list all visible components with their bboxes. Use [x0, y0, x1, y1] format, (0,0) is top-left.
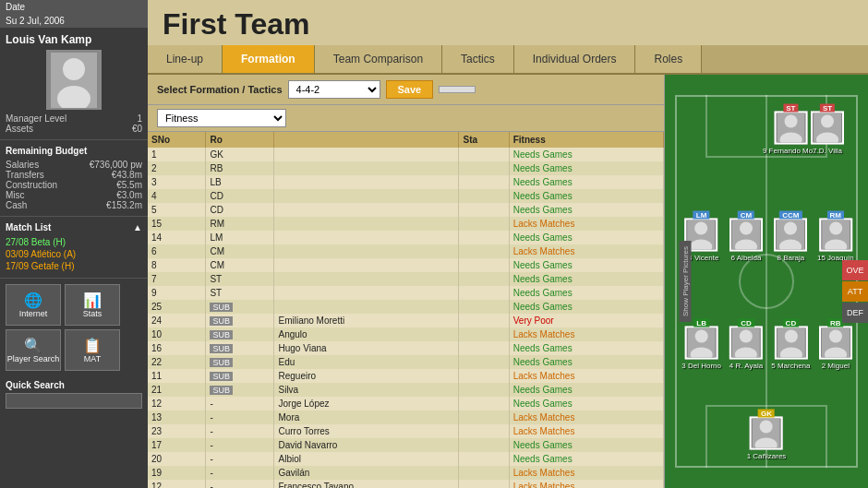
tab-line-up[interactable]: Line-up — [148, 45, 223, 73]
table-row[interactable]: 21 SUB Silva Needs Games — [148, 383, 664, 397]
sidebar-icon-stats[interactable]: 📊Stats — [65, 284, 120, 326]
table-row[interactable]: 2 RB Needs Games — [148, 161, 664, 175]
svg-point-31 — [829, 329, 842, 342]
sidebar-date-value: Su 2 Jul, 2006 — [0, 14, 148, 28]
sidebar-icon-mat[interactable]: 📋MAT — [65, 329, 120, 371]
tab-tactics[interactable]: Tactics — [442, 45, 514, 73]
match-item[interactable]: 03/09 Atlético (A) — [6, 248, 142, 260]
cell-sta — [459, 231, 509, 244]
cell-role: LB — [206, 175, 274, 189]
cell-name: Regueiro — [274, 369, 459, 383]
fitness-select[interactable]: FitnessMoraleCondition — [157, 109, 286, 127]
table-row[interactable]: 1 GK Needs Games — [148, 148, 664, 161]
show-pictures-button[interactable]: Show Player Pictures — [680, 241, 692, 322]
cell-name — [274, 148, 459, 161]
pitch-player-cd2[interactable]: CD 5 Marchena — [771, 326, 810, 369]
match-item[interactable]: 17/09 Getafe (H) — [6, 260, 142, 272]
table-row[interactable]: 14 LM Needs Games — [148, 231, 664, 244]
budget-row: Transfers€43.8m — [6, 170, 142, 180]
table-row[interactable]: 5 CD Needs Games — [148, 203, 664, 217]
pitch-player-gk[interactable]: GK 1 Cañizares — [747, 417, 787, 460]
quick-search-input[interactable] — [6, 393, 142, 409]
table-row[interactable]: 9 ST Needs Games — [148, 286, 664, 300]
cell-role: SUB — [206, 314, 274, 327]
pitch-player-st2[interactable]: ST 7 D. Villa — [811, 111, 844, 154]
match-item[interactable]: 27/08 Beta (H) — [6, 236, 142, 248]
table-row[interactable]: 23 - Curro Torres Lacks Matches — [148, 424, 664, 438]
cell-sno: 9 — [148, 286, 206, 300]
table-row[interactable]: 8 CM Needs Games — [148, 258, 664, 272]
table-row[interactable]: 16 SUB Hugo Viana Needs Games — [148, 341, 664, 355]
level-value: 1 — [137, 113, 142, 124]
cell-role: RB — [206, 161, 274, 175]
cell-sno: 10 — [148, 327, 206, 341]
tab-formation[interactable]: Formation — [223, 45, 315, 73]
budget-row: Construction€5.5m — [6, 180, 142, 190]
pitch-player-rb[interactable]: RB 2 Miguel — [819, 326, 852, 369]
cell-role: CM — [206, 258, 274, 272]
table-row[interactable]: 15 RM Lacks Matches — [148, 217, 664, 231]
cell-fitness: Needs Games — [509, 286, 663, 300]
sidebar-icons: 🌐Internet📊Stats🔍Player Search📋MAT — [0, 279, 148, 376]
table-row[interactable]: 12 - Jorge López Needs Games — [148, 397, 664, 411]
table-row[interactable]: 7 ST Needs Games — [148, 272, 664, 286]
cell-name — [274, 217, 459, 231]
player-badge: CD — [738, 318, 754, 327]
assets-label: Assets — [6, 124, 33, 134]
secondary-button[interactable] — [439, 86, 476, 93]
cell-sno: 13 — [148, 411, 206, 424]
cell-sno: 25 — [148, 300, 206, 314]
cell-role: SUB — [206, 300, 274, 314]
col-fitness: Fitness — [509, 132, 663, 148]
tab-roles[interactable]: Roles — [635, 45, 702, 73]
pitch-player-rm[interactable]: RM 15 Joaquín — [817, 219, 854, 262]
cell-sta — [459, 466, 509, 480]
cell-sta — [459, 189, 509, 203]
sidebar-icon-btns: 🌐Internet📊Stats🔍Player Search📋MAT — [6, 284, 142, 371]
table-row[interactable]: 25 SUB Needs Games — [148, 300, 664, 314]
cell-name — [274, 272, 459, 286]
tab-team-comparison[interactable]: Team Comparison — [315, 45, 442, 73]
cell-fitness: Lacks Matches — [509, 480, 663, 488]
cell-sno: 24 — [148, 314, 206, 327]
cell-role: CD — [206, 203, 274, 217]
def-button[interactable]: DEF — [842, 303, 868, 323]
pitch-player-cd1[interactable]: CD 4 R. Ayala — [729, 326, 763, 369]
cell-role: ST — [206, 272, 274, 286]
cell-sta — [459, 203, 509, 217]
table-row[interactable]: 11 SUB Regueiro Lacks Matches — [148, 369, 664, 383]
formation-select[interactable]: 4-4-23-4-2-13-4-33-5-24-1-2-1-24-2-3-14-… — [288, 80, 380, 99]
cell-fitness: Needs Games — [509, 231, 663, 244]
cell-fitness: Lacks Matches — [509, 244, 663, 258]
cell-sta — [459, 341, 509, 355]
player-badge: LB — [693, 318, 709, 327]
table-row[interactable]: 22 SUB Edu Needs Games — [148, 355, 664, 369]
tab-individual-orders[interactable]: Individual Orders — [514, 45, 636, 73]
table-row[interactable]: 17 - David Navarro Needs Games — [148, 438, 664, 452]
pitch-player-cm1[interactable]: CM 6 Albelda — [729, 219, 763, 262]
table-row[interactable]: 3 LB Needs Games — [148, 175, 664, 189]
ove-button[interactable]: OVE — [842, 260, 868, 280]
table-row[interactable]: 20 - Albiol Needs Games — [148, 452, 664, 466]
table-row[interactable]: 19 - Gavilán Lacks Matches — [148, 466, 664, 480]
cell-name: Angulo — [274, 327, 459, 341]
pitch-player-cm2[interactable]: CCM 8 Baraja — [774, 219, 807, 262]
table-row[interactable]: 24 SUB Emiliano Moretti Very Poor — [148, 314, 664, 327]
att-button[interactable]: ATT — [842, 281, 868, 302]
sidebar-icon-internet[interactable]: 🌐Internet — [6, 284, 61, 326]
table-row[interactable]: 6 CM Lacks Matches — [148, 244, 664, 258]
budget-row: Salaries€736,000 pw — [6, 160, 142, 170]
player-name: 4 R. Ayala — [729, 361, 763, 369]
pitch-player-lb[interactable]: LB 3 Del Horno — [681, 326, 721, 369]
player-photo — [729, 219, 763, 252]
player-photo — [729, 326, 763, 359]
table-row[interactable]: 10 SUB Angulo Lacks Matches — [148, 327, 664, 341]
table-row[interactable]: 4 CD Needs Games — [148, 189, 664, 203]
cell-sno: 1 — [148, 148, 206, 161]
save-button[interactable]: Save — [386, 80, 434, 99]
budget-title: Remaining Budget — [6, 146, 142, 156]
table-row[interactable]: 12 - Francesco Tavano Lacks Matches — [148, 480, 664, 488]
sidebar-date: Date — [0, 0, 148, 14]
table-row[interactable]: 13 - Mora Lacks Matches — [148, 411, 664, 424]
sidebar-icon-player-search[interactable]: 🔍Player Search — [6, 329, 61, 371]
